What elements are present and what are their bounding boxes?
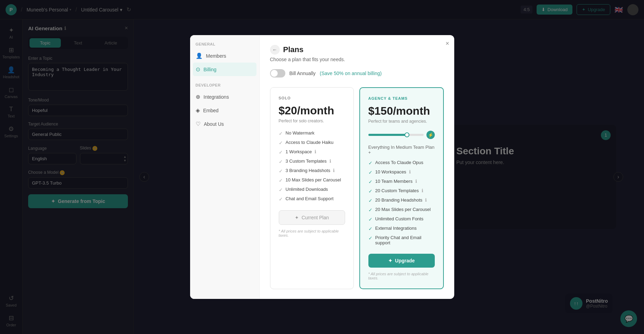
billing-toggle[interactable] <box>270 69 285 78</box>
billing-toggle-row: Bill Annually (Save 50% on annual billin… <box>270 69 444 78</box>
feature-team-members: ✓ 10 Team Members ℹ <box>368 179 435 185</box>
feature-priority-support: ✓ Priority Chat and Email support <box>368 235 435 245</box>
agency-price: $150/month <box>368 105 435 117</box>
check-icon-green: ✓ <box>368 207 373 213</box>
feature-20-slides: ✓ 20 Max Slides per Carousel <box>368 207 435 213</box>
check-icon-green: ✓ <box>368 217 373 222</box>
modal-section-general: General <box>190 42 259 49</box>
feature-support: ✓ Chat and Email Support <box>279 196 345 202</box>
team-slider-row: ⚡ <box>368 131 435 139</box>
solo-price: $20/month <box>279 104 345 117</box>
check-icon-green: ✓ <box>368 179 373 185</box>
feature-branding-headshots: ✓ 3 Branding Headshots ℹ <box>279 168 345 174</box>
toggle-knob <box>271 70 278 77</box>
check-icon: ✓ <box>279 168 283 174</box>
feature-workspace: ✓ 1 Workspace ℹ <box>279 149 345 155</box>
feature-custom-templates: ✓ 3 Custom Templates ℹ <box>279 158 345 164</box>
solo-features: ✓ No Watermark ✓ Access to Claude Haiku … <box>279 130 345 202</box>
check-icon: ✓ <box>279 140 283 146</box>
feature-claude-haiku: ✓ Access to Claude Haiku <box>279 140 345 146</box>
members-icon: 👤 <box>196 52 203 59</box>
billing-icon: ⊙ <box>196 66 200 73</box>
solo-badge: SOLO <box>279 96 345 100</box>
members-info-icon: ℹ <box>415 179 417 184</box>
workspace-info-icon: ℹ <box>315 149 316 154</box>
check-icon-green: ✓ <box>368 170 373 175</box>
modal-main-content: ← Plans Choose a plan that fits your nee… <box>260 35 454 299</box>
check-icon: ✓ <box>279 131 283 136</box>
check-icon: ✓ <box>279 196 283 202</box>
check-icon: ✓ <box>279 149 283 155</box>
team-size-slider[interactable] <box>368 134 424 136</box>
solo-taxes: * All prices are subject to applicable t… <box>279 229 345 237</box>
slider-thumb[interactable] <box>405 132 409 137</box>
feature-unlimited-downloads: ✓ Unlimited Downloads <box>279 187 345 193</box>
20-headshots-info-icon: ℹ <box>425 197 427 203</box>
solo-desc: Perfect for solo creators. <box>279 119 345 123</box>
agency-features: ✓ Access To Claude Opus ✓ 10 Workspaces … <box>368 160 435 245</box>
20-templates-info-icon: ℹ <box>422 188 423 193</box>
modal-nav-integrations[interactable]: ⊕ Integrations <box>190 90 259 104</box>
feature-custom-fonts: ✓ Unlimited Custom Fonts <box>368 216 435 222</box>
check-icon-green: ✓ <box>368 198 373 203</box>
everything-plus-label: Everything In Medium Team Plan + <box>368 145 435 155</box>
slider-icon[interactable]: ⚡ <box>426 131 435 139</box>
modal-back-row: ← Plans <box>270 45 444 55</box>
feature-20-headshots: ✓ 20 Branding Headshots ℹ <box>368 197 435 203</box>
current-plan-icon: ✦ <box>295 215 299 220</box>
billing-annually-label: Bill Annually <box>290 71 316 76</box>
feature-external-integrations: ✓ External Integrations <box>368 226 435 231</box>
agency-badge: AGENCY & TEAMS <box>368 96 435 100</box>
agency-desc: Perfect for teams and agencies. <box>368 119 435 124</box>
templates-info-icon: ℹ <box>329 158 331 164</box>
modal-close-button[interactable]: × <box>446 40 449 47</box>
embed-icon: ◈ <box>196 107 200 114</box>
check-icon-green: ✓ <box>368 188 373 194</box>
check-icon-green: ✓ <box>368 235 373 241</box>
feature-20-templates: ✓ 20 Custom Templates ℹ <box>368 188 435 194</box>
check-icon-green: ✓ <box>368 226 373 231</box>
plans-row: SOLO $20/month Perfect for solo creators… <box>270 87 444 289</box>
modal-sidebar: General 👤 Members ⊙ Billing Developer ⊕ … <box>190 35 260 299</box>
upgrade-plan-button[interactable]: ✦ Upgrade <box>368 254 435 268</box>
modal-section-developer: Developer <box>190 83 259 90</box>
modal-nav-members[interactable]: 👤 Members <box>190 49 259 63</box>
feature-claude-opus: ✓ Access To Claude Opus <box>368 160 435 166</box>
upgrade-plan-icon: ✦ <box>388 258 392 263</box>
feature-10-workspaces: ✓ 10 Workspaces ℹ <box>368 169 435 175</box>
headshots-info-icon: ℹ <box>333 168 335 173</box>
modal-back-button[interactable]: ← <box>270 45 280 55</box>
feature-no-watermark: ✓ No Watermark <box>279 130 345 136</box>
modal-section-developer-group: Developer ⊕ Integrations ◈ Embed ♡ About… <box>190 83 259 131</box>
plans-modal: × General 👤 Members ⊙ Billing Developer … <box>190 35 454 299</box>
plan-solo: SOLO $20/month Perfect for solo creators… <box>270 87 354 289</box>
plan-agency: AGENCY & TEAMS $150/month Perfect for te… <box>359 87 444 289</box>
modal-nav-about[interactable]: ♡ About Us <box>190 117 259 131</box>
modal-heading: Plans <box>283 45 304 54</box>
modal-nav-billing[interactable]: ⊙ Billing <box>193 63 256 76</box>
billing-save-label: (Save 50% on annual billing) <box>320 71 382 76</box>
modal-subheading: Choose a plan that fits your needs. <box>270 57 444 62</box>
workspaces-info-icon: ℹ <box>409 169 411 174</box>
modal-overlay: × General 👤 Members ⊙ Billing Developer … <box>0 0 644 334</box>
slider-fill <box>368 134 407 136</box>
check-icon-green: ✓ <box>368 160 373 166</box>
check-icon: ✓ <box>279 178 283 183</box>
agency-taxes: * All prices are subject to applicable t… <box>368 272 435 280</box>
current-plan-button: ✦ Current Plan <box>279 210 345 225</box>
check-icon: ✓ <box>279 159 283 164</box>
feature-max-slides: ✓ 10 Max Slides per Carousel <box>279 177 345 183</box>
check-icon: ✓ <box>279 187 283 193</box>
about-icon: ♡ <box>196 121 201 127</box>
integrations-icon: ⊕ <box>196 93 200 100</box>
modal-nav-embed[interactable]: ◈ Embed <box>190 104 259 117</box>
